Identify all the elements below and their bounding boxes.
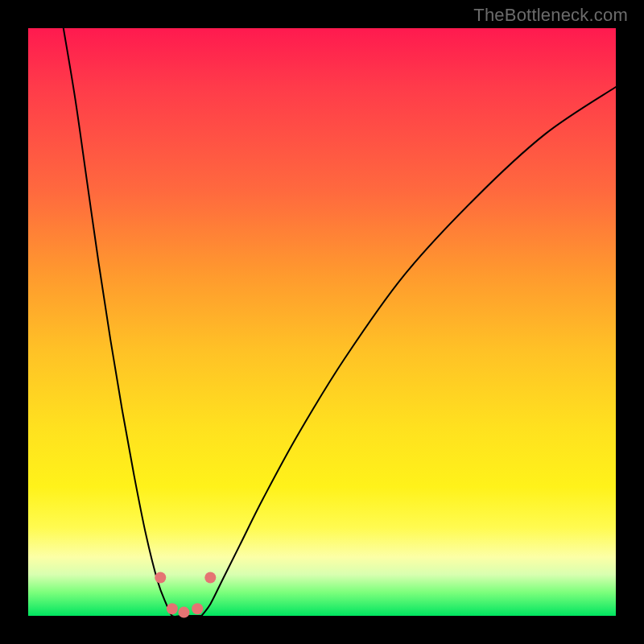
valley-marker xyxy=(167,603,178,614)
chart-frame: TheBottleneck.com xyxy=(0,0,644,644)
curve-svg xyxy=(28,28,616,616)
watermark-text: TheBottleneck.com xyxy=(473,5,628,26)
curve-path xyxy=(64,28,616,617)
valley-marker xyxy=(155,572,166,584)
valley-marker xyxy=(192,603,203,614)
valley-markers xyxy=(155,572,216,618)
plot-area xyxy=(28,28,616,616)
bottleneck-curve xyxy=(64,28,616,617)
valley-marker xyxy=(204,572,216,584)
valley-marker xyxy=(178,607,189,618)
